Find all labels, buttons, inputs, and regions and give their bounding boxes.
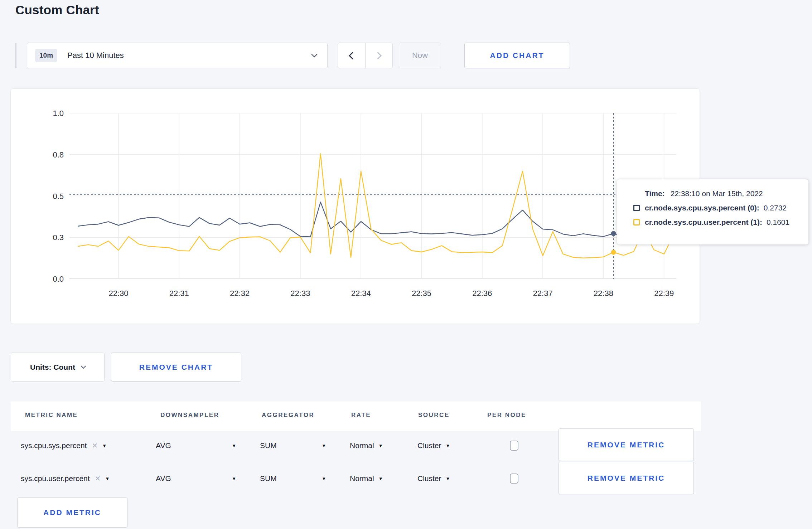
time-range-select[interactable]: 10m Past 10 Minutes bbox=[27, 43, 328, 68]
svg-text:22:32: 22:32 bbox=[230, 289, 250, 298]
user-percent-legend-swatch-icon bbox=[633, 219, 640, 225]
chart-grid bbox=[69, 113, 676, 279]
aggregator-value: SUM bbox=[260, 441, 277, 450]
col-header-metric-name: METRIC NAME bbox=[25, 412, 78, 419]
metric-name-select[interactable]: sys.cpu.user.percent ✕ ▼ bbox=[21, 470, 110, 487]
rate-value: Normal bbox=[350, 474, 374, 483]
next-time-button[interactable] bbox=[366, 43, 393, 68]
svg-text:0.0: 0.0 bbox=[53, 275, 64, 283]
svg-text:22:33: 22:33 bbox=[290, 289, 310, 298]
metric-name-select[interactable]: sys.cpu.sys.percent ✕ ▼ bbox=[21, 437, 107, 454]
units-select[interactable]: Units: Count bbox=[11, 353, 105, 382]
svg-text:22:34: 22:34 bbox=[351, 289, 371, 298]
chart-series-lines bbox=[78, 154, 674, 258]
col-header-rate: RATE bbox=[351, 412, 371, 419]
chart-tooltip: Time:22:38:10 on Mar 15th, 2022 cr.node.… bbox=[617, 179, 808, 244]
remove-metric-button[interactable]: REMOVE METRIC bbox=[559, 428, 694, 461]
dropdown-arrow-icon: ▼ bbox=[232, 476, 236, 481]
tooltip-series-value: 0.2732 bbox=[764, 204, 787, 212]
svg-text:1.0: 1.0 bbox=[53, 109, 64, 118]
chart-card: 0.00.30.50.81.022:3022:3122:3222:3322:34… bbox=[10, 88, 700, 324]
downsampler-value: AVG bbox=[156, 474, 171, 483]
dropdown-arrow-icon[interactable]: ▼ bbox=[105, 476, 110, 481]
svg-text:22:31: 22:31 bbox=[169, 289, 189, 298]
aggregator-value: SUM bbox=[260, 474, 277, 483]
time-scale-badge: 10m bbox=[35, 49, 57, 62]
dropdown-arrow-icon: ▼ bbox=[446, 443, 450, 448]
time-range-label: Past 10 Minutes bbox=[67, 51, 124, 60]
page-title: Custom Chart bbox=[15, 3, 99, 17]
dropdown-arrow-icon: ▼ bbox=[322, 476, 326, 481]
aggregator-select[interactable]: SUM ▼ bbox=[260, 470, 326, 487]
prev-time-button[interactable] bbox=[338, 43, 366, 68]
chevron-left-icon bbox=[349, 52, 356, 59]
downsampler-select[interactable]: AVG ▼ bbox=[156, 470, 236, 487]
rate-select[interactable]: Normal ▼ bbox=[350, 470, 383, 487]
per-node-checkbox[interactable] bbox=[510, 474, 518, 484]
now-button[interactable]: Now bbox=[399, 43, 441, 68]
metrics-table-header: METRIC NAME DOWNSAMPLER AGGREGATOR RATE … bbox=[11, 402, 701, 431]
col-header-per-node: PER NODE bbox=[487, 412, 526, 419]
per-node-checkbox[interactable] bbox=[510, 441, 518, 451]
col-header-downsampler: DOWNSAMPLER bbox=[160, 412, 219, 419]
downsampler-value: AVG bbox=[156, 441, 171, 450]
add-metric-button[interactable]: ADD METRIC bbox=[17, 498, 127, 528]
add-chart-button[interactable]: ADD CHART bbox=[464, 43, 570, 68]
custom-chart-page: Custom Chart 10m Past 10 Minutes Now ADD… bbox=[0, 0, 812, 529]
time-step-buttons bbox=[338, 43, 393, 68]
rate-value: Normal bbox=[350, 441, 374, 450]
metric-name-value: sys.cpu.sys.percent bbox=[21, 441, 87, 450]
chevron-right-icon bbox=[374, 52, 382, 59]
dropdown-arrow-icon: ▼ bbox=[378, 476, 383, 481]
downsampler-select[interactable]: AVG ▼ bbox=[156, 437, 236, 454]
toolbar-divider bbox=[15, 43, 16, 68]
clear-metric-icon[interactable]: ✕ bbox=[95, 474, 101, 483]
tooltip-time-value: 22:38:10 on Mar 15th, 2022 bbox=[671, 189, 763, 198]
dropdown-arrow-icon: ▼ bbox=[322, 443, 326, 448]
aggregator-select[interactable]: SUM ▼ bbox=[260, 437, 326, 454]
dropdown-arrow-icon: ▼ bbox=[232, 443, 236, 448]
cpu-percent-line-chart[interactable]: 0.00.30.50.81.022:3022:3122:3222:3322:34… bbox=[11, 89, 700, 324]
svg-text:0.3: 0.3 bbox=[53, 233, 64, 242]
chart-axis-labels: 0.00.30.50.81.022:3022:3122:3222:3322:34… bbox=[53, 109, 674, 298]
svg-text:0.5: 0.5 bbox=[53, 192, 64, 201]
tooltip-series-value: 0.1601 bbox=[767, 218, 789, 227]
source-value: Cluster bbox=[417, 474, 441, 483]
chevron-down-icon bbox=[311, 52, 318, 58]
dropdown-arrow-icon[interactable]: ▼ bbox=[102, 443, 107, 448]
svg-text:22:37: 22:37 bbox=[533, 289, 553, 298]
tooltip-series-name: cr.node.sys.cpu.user.percent (1): bbox=[645, 218, 762, 227]
tooltip-series-row: cr.node.sys.cpu.sys.percent (0): 0.2732 bbox=[633, 204, 801, 212]
svg-text:0.8: 0.8 bbox=[53, 150, 64, 159]
col-header-aggregator: AGGREGATOR bbox=[262, 412, 314, 419]
rate-select[interactable]: Normal ▼ bbox=[350, 437, 383, 454]
svg-text:22:38: 22:38 bbox=[594, 289, 613, 298]
svg-text:22:30: 22:30 bbox=[108, 289, 128, 298]
source-value: Cluster bbox=[417, 441, 441, 450]
chevron-down-icon bbox=[81, 364, 86, 369]
col-header-source: SOURCE bbox=[418, 412, 450, 419]
dropdown-arrow-icon: ▼ bbox=[378, 443, 383, 448]
tooltip-time-label: Time: bbox=[645, 189, 665, 198]
units-label: Units: Count bbox=[30, 363, 75, 372]
metric-name-value: sys.cpu.user.percent bbox=[21, 474, 90, 483]
source-select[interactable]: Cluster ▼ bbox=[417, 437, 450, 454]
svg-text:22:36: 22:36 bbox=[472, 289, 492, 298]
dropdown-arrow-icon: ▼ bbox=[446, 476, 450, 481]
remove-chart-button[interactable]: REMOVE CHART bbox=[111, 353, 241, 382]
tooltip-series-name: cr.node.sys.cpu.sys.percent (0): bbox=[645, 204, 759, 212]
source-select[interactable]: Cluster ▼ bbox=[417, 470, 450, 487]
svg-text:22:39: 22:39 bbox=[654, 289, 674, 298]
remove-metric-button[interactable]: REMOVE METRIC bbox=[559, 462, 694, 494]
sys-percent-legend-swatch-icon bbox=[633, 205, 640, 211]
tooltip-series-row: cr.node.sys.cpu.user.percent (1): 0.1601 bbox=[633, 218, 801, 227]
clear-metric-icon[interactable]: ✕ bbox=[92, 441, 98, 450]
tooltip-time-row: Time:22:38:10 on Mar 15th, 2022 bbox=[645, 189, 801, 198]
svg-text:22:35: 22:35 bbox=[412, 289, 431, 298]
